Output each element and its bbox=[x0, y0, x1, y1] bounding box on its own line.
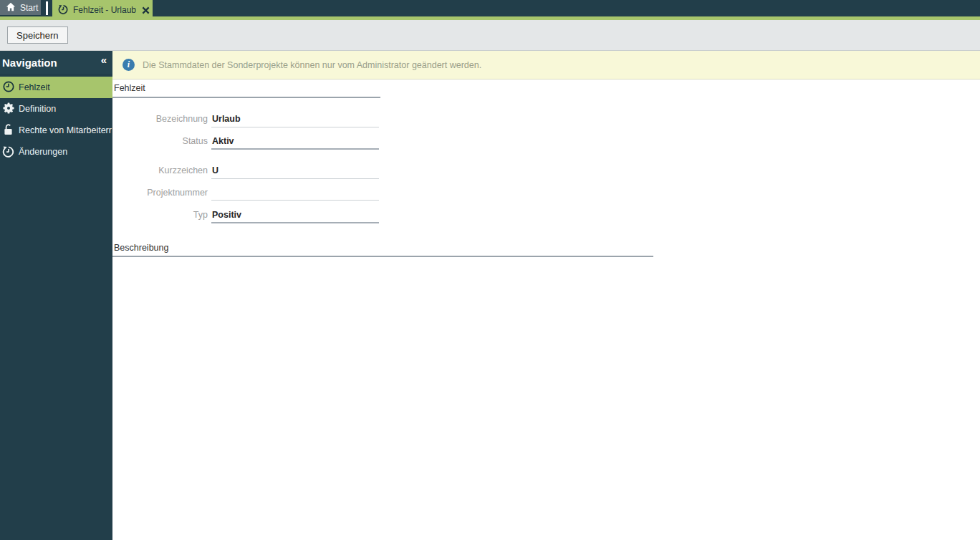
field-underline bbox=[211, 148, 379, 150]
sidebar-item-definition[interactable]: Definition bbox=[0, 98, 112, 120]
field-underline bbox=[211, 127, 379, 127]
save-button[interactable]: Speichern bbox=[7, 26, 68, 44]
sidebar-item-fehlzeit[interactable]: Fehlzeit bbox=[0, 77, 112, 98]
clock-icon bbox=[2, 80, 15, 95]
close-icon[interactable] bbox=[142, 5, 150, 15]
field-value-kurzzeichen[interactable]: U bbox=[212, 165, 379, 175]
tab-start-label: Start bbox=[20, 3, 38, 13]
field-underline bbox=[211, 222, 379, 223]
field-underline bbox=[211, 178, 379, 179]
app-window: Start Fehlzeit - Urlaub Speichern bbox=[0, 0, 980, 540]
history-icon bbox=[2, 145, 15, 160]
field-label-kurzzeichen: Kurzzeichen bbox=[112, 165, 208, 175]
main-content: i Die Stammdaten der Sonderprojekte könn… bbox=[112, 51, 980, 540]
section-divider bbox=[112, 256, 653, 257]
info-icon: i bbox=[123, 59, 135, 71]
sidebar-item-label: Rechte von Mitarbeiterr bbox=[19, 125, 112, 135]
sidebar-item-rechte-von-mitarbeitern[interactable]: Rechte von Mitarbeiterr bbox=[0, 120, 112, 141]
section-title-beschreibung: Beschreibung bbox=[114, 243, 168, 253]
home-icon bbox=[6, 1, 16, 14]
tab-bar: Start Fehlzeit - Urlaub bbox=[0, 0, 980, 16]
field-label-projektnummer: Projektnummer bbox=[112, 188, 208, 198]
sidebar-title: Navigation bbox=[0, 57, 57, 69]
section-title-fehlzeit: Fehlzeit bbox=[114, 83, 145, 93]
field-label-status: Status bbox=[112, 136, 208, 146]
tab-active-label: Fehlzeit - Urlaub bbox=[73, 5, 136, 15]
tab-fehlzeit-urlaub[interactable]: Fehlzeit - Urlaub bbox=[52, 0, 153, 20]
sidebar-header: Navigation « bbox=[0, 51, 112, 74]
field-underline bbox=[211, 200, 379, 201]
toolbar: Speichern bbox=[0, 20, 980, 51]
lock-open-icon bbox=[2, 123, 15, 138]
sidebar-item-label: Definition bbox=[19, 104, 56, 114]
sidebar-item-aenderungen[interactable]: Änderungen bbox=[0, 141, 112, 163]
field-label-bezeichnung: Bezeichnung bbox=[112, 114, 208, 124]
collapse-sidebar-icon[interactable]: « bbox=[101, 54, 107, 66]
sidebar-item-label: Fehlzeit bbox=[19, 82, 50, 92]
section-divider bbox=[112, 97, 380, 98]
field-value-typ[interactable]: Positiv bbox=[212, 210, 379, 220]
field-label-typ: Typ bbox=[112, 210, 208, 220]
gear-icon bbox=[2, 102, 15, 117]
field-value-status[interactable]: Aktiv bbox=[212, 136, 379, 146]
history-icon bbox=[58, 4, 69, 17]
sidebar-item-label: Änderungen bbox=[19, 147, 67, 157]
tab-start[interactable]: Start bbox=[0, 0, 41, 15]
info-banner-text: Die Stammdaten der Sonderprojekte können… bbox=[143, 60, 481, 70]
info-banner: i Die Stammdaten der Sonderprojekte könn… bbox=[112, 51, 980, 79]
tab-separator bbox=[46, 1, 48, 15]
navigation-sidebar: Navigation « Fehlzeit bbox=[0, 51, 112, 540]
field-value-bezeichnung[interactable]: Urlaub bbox=[212, 114, 379, 124]
